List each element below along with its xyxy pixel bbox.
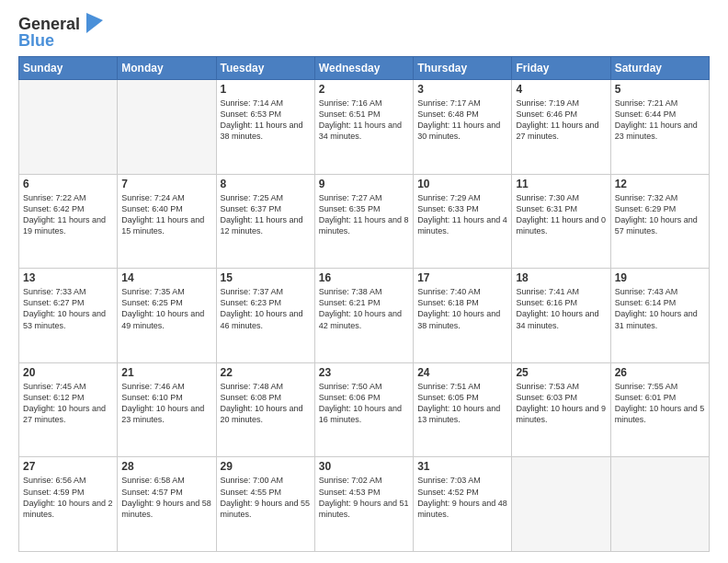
calendar-cell: 24Sunrise: 7:51 AM Sunset: 6:05 PM Dayli… bbox=[414, 362, 512, 457]
header: General Blue bbox=[18, 15, 710, 51]
cell-detail: Sunrise: 7:41 AM Sunset: 6:16 PM Dayligh… bbox=[516, 286, 606, 331]
cell-detail: Sunrise: 7:53 AM Sunset: 6:03 PM Dayligh… bbox=[516, 381, 606, 426]
cell-detail: Sunrise: 7:37 AM Sunset: 6:23 PM Dayligh… bbox=[221, 286, 311, 331]
svg-marker-0 bbox=[86, 13, 103, 33]
day-number: 21 bbox=[121, 366, 211, 379]
calendar-cell: 31Sunrise: 7:03 AM Sunset: 4:52 PM Dayli… bbox=[414, 457, 512, 552]
calendar-table: SundayMondayTuesdayWednesdayThursdayFrid… bbox=[18, 56, 710, 552]
calendar-cell: 12Sunrise: 7:32 AM Sunset: 6:29 PM Dayli… bbox=[610, 174, 709, 269]
calendar-cell: 22Sunrise: 7:48 AM Sunset: 6:08 PM Dayli… bbox=[216, 362, 314, 457]
day-number: 27 bbox=[23, 460, 113, 473]
calendar-cell: 19Sunrise: 7:43 AM Sunset: 6:14 PM Dayli… bbox=[610, 269, 709, 363]
day-number: 5 bbox=[615, 83, 705, 96]
calendar-cell: 26Sunrise: 7:55 AM Sunset: 6:01 PM Dayli… bbox=[610, 362, 709, 457]
cell-detail: Sunrise: 7:50 AM Sunset: 6:06 PM Dayligh… bbox=[319, 381, 409, 426]
cell-detail: Sunrise: 6:56 AM Sunset: 4:59 PM Dayligh… bbox=[23, 475, 113, 520]
cell-detail: Sunrise: 7:27 AM Sunset: 6:35 PM Dayligh… bbox=[319, 192, 409, 237]
calendar-cell: 2Sunrise: 7:16 AM Sunset: 6:51 PM Daylig… bbox=[314, 80, 413, 175]
cell-detail: Sunrise: 7:03 AM Sunset: 4:52 PM Dayligh… bbox=[417, 475, 507, 520]
day-number: 3 bbox=[417, 83, 507, 96]
calendar-cell: 25Sunrise: 7:53 AM Sunset: 6:03 PM Dayli… bbox=[512, 362, 610, 457]
day-number: 12 bbox=[615, 178, 705, 190]
calendar-cell: 30Sunrise: 7:02 AM Sunset: 4:53 PM Dayli… bbox=[314, 457, 413, 552]
day-number: 19 bbox=[615, 271, 705, 284]
weekday-header-wednesday: Wednesday bbox=[314, 57, 413, 80]
calendar-cell bbox=[512, 457, 610, 552]
day-number: 25 bbox=[516, 366, 606, 379]
cell-detail: Sunrise: 7:40 AM Sunset: 6:18 PM Dayligh… bbox=[417, 286, 507, 331]
day-number: 15 bbox=[221, 271, 311, 284]
cell-detail: Sunrise: 7:14 AM Sunset: 6:53 PM Dayligh… bbox=[221, 98, 311, 143]
day-number: 6 bbox=[23, 178, 113, 190]
day-number: 18 bbox=[516, 271, 606, 284]
day-number: 16 bbox=[319, 271, 409, 284]
calendar-cell: 29Sunrise: 7:00 AM Sunset: 4:55 PM Dayli… bbox=[216, 457, 314, 552]
cell-detail: Sunrise: 7:55 AM Sunset: 6:01 PM Dayligh… bbox=[615, 381, 705, 426]
cell-detail: Sunrise: 7:30 AM Sunset: 6:31 PM Dayligh… bbox=[516, 192, 606, 237]
cell-detail: Sunrise: 7:38 AM Sunset: 6:21 PM Dayligh… bbox=[319, 286, 409, 331]
calendar-cell: 20Sunrise: 7:45 AM Sunset: 6:12 PM Dayli… bbox=[19, 362, 118, 457]
day-number: 17 bbox=[417, 271, 507, 284]
cell-detail: Sunrise: 7:17 AM Sunset: 6:48 PM Dayligh… bbox=[417, 98, 507, 143]
cell-detail: Sunrise: 7:02 AM Sunset: 4:53 PM Dayligh… bbox=[319, 475, 409, 520]
weekday-header-row: SundayMondayTuesdayWednesdayThursdayFrid… bbox=[19, 57, 710, 80]
day-number: 11 bbox=[516, 178, 606, 190]
day-number: 22 bbox=[221, 366, 311, 379]
cell-detail: Sunrise: 7:16 AM Sunset: 6:51 PM Dayligh… bbox=[319, 98, 409, 143]
calendar-cell: 13Sunrise: 7:33 AM Sunset: 6:27 PM Dayli… bbox=[19, 269, 118, 363]
calendar-cell: 3Sunrise: 7:17 AM Sunset: 6:48 PM Daylig… bbox=[414, 80, 512, 175]
day-number: 10 bbox=[417, 178, 507, 190]
weekday-header-thursday: Thursday bbox=[414, 57, 512, 80]
weekday-header-friday: Friday bbox=[512, 57, 610, 80]
day-number: 14 bbox=[121, 271, 211, 284]
day-number: 23 bbox=[319, 366, 409, 379]
calendar-cell: 16Sunrise: 7:38 AM Sunset: 6:21 PM Dayli… bbox=[314, 269, 413, 363]
cell-detail: Sunrise: 7:29 AM Sunset: 6:33 PM Dayligh… bbox=[417, 192, 507, 237]
day-number: 30 bbox=[319, 460, 409, 473]
calendar-cell bbox=[19, 80, 118, 175]
calendar-cell: 21Sunrise: 7:46 AM Sunset: 6:10 PM Dayli… bbox=[118, 362, 216, 457]
cell-detail: Sunrise: 7:46 AM Sunset: 6:10 PM Dayligh… bbox=[121, 381, 211, 426]
calendar-cell: 11Sunrise: 7:30 AM Sunset: 6:31 PM Dayli… bbox=[512, 174, 610, 269]
day-number: 7 bbox=[121, 178, 211, 190]
calendar-cell: 28Sunrise: 6:58 AM Sunset: 4:57 PM Dayli… bbox=[118, 457, 216, 552]
day-number: 8 bbox=[221, 178, 311, 190]
cell-detail: Sunrise: 6:58 AM Sunset: 4:57 PM Dayligh… bbox=[121, 475, 211, 520]
day-number: 20 bbox=[23, 366, 113, 379]
calendar-cell: 7Sunrise: 7:24 AM Sunset: 6:40 PM Daylig… bbox=[118, 174, 216, 269]
cell-detail: Sunrise: 7:33 AM Sunset: 6:27 PM Dayligh… bbox=[23, 286, 113, 331]
day-number: 13 bbox=[23, 271, 113, 284]
calendar-week-4: 20Sunrise: 7:45 AM Sunset: 6:12 PM Dayli… bbox=[19, 362, 710, 457]
calendar-cell: 1Sunrise: 7:14 AM Sunset: 6:53 PM Daylig… bbox=[216, 80, 314, 175]
day-number: 1 bbox=[221, 83, 311, 96]
day-number: 24 bbox=[417, 366, 507, 379]
cell-detail: Sunrise: 7:32 AM Sunset: 6:29 PM Dayligh… bbox=[615, 192, 705, 237]
calendar-cell bbox=[118, 80, 216, 175]
cell-detail: Sunrise: 7:51 AM Sunset: 6:05 PM Dayligh… bbox=[417, 381, 507, 426]
page: General Blue SundayMondayTuesdayWednesda… bbox=[0, 0, 728, 563]
day-number: 4 bbox=[516, 83, 606, 96]
weekday-header-sunday: Sunday bbox=[19, 57, 118, 80]
calendar-cell: 15Sunrise: 7:37 AM Sunset: 6:23 PM Dayli… bbox=[216, 269, 314, 363]
calendar-cell: 17Sunrise: 7:40 AM Sunset: 6:18 PM Dayli… bbox=[414, 269, 512, 363]
calendar-week-5: 27Sunrise: 6:56 AM Sunset: 4:59 PM Dayli… bbox=[19, 457, 710, 552]
calendar-cell: 23Sunrise: 7:50 AM Sunset: 6:06 PM Dayli… bbox=[314, 362, 413, 457]
weekday-header-monday: Monday bbox=[118, 57, 216, 80]
cell-detail: Sunrise: 7:25 AM Sunset: 6:37 PM Dayligh… bbox=[221, 192, 311, 237]
calendar-week-3: 13Sunrise: 7:33 AM Sunset: 6:27 PM Dayli… bbox=[19, 269, 710, 363]
day-number: 2 bbox=[319, 83, 409, 96]
calendar-cell: 4Sunrise: 7:19 AM Sunset: 6:46 PM Daylig… bbox=[512, 80, 610, 175]
calendar-cell bbox=[610, 457, 709, 552]
calendar-cell: 9Sunrise: 7:27 AM Sunset: 6:35 PM Daylig… bbox=[314, 174, 413, 269]
calendar-cell: 8Sunrise: 7:25 AM Sunset: 6:37 PM Daylig… bbox=[216, 174, 314, 269]
calendar-cell: 27Sunrise: 6:56 AM Sunset: 4:59 PM Dayli… bbox=[19, 457, 118, 552]
cell-detail: Sunrise: 7:43 AM Sunset: 6:14 PM Dayligh… bbox=[615, 286, 705, 331]
weekday-header-tuesday: Tuesday bbox=[216, 57, 314, 80]
day-number: 28 bbox=[121, 460, 211, 473]
day-number: 29 bbox=[221, 460, 311, 473]
cell-detail: Sunrise: 7:22 AM Sunset: 6:42 PM Dayligh… bbox=[23, 192, 113, 237]
cell-detail: Sunrise: 7:19 AM Sunset: 6:46 PM Dayligh… bbox=[516, 98, 606, 143]
day-number: 31 bbox=[417, 460, 507, 473]
cell-detail: Sunrise: 7:00 AM Sunset: 4:55 PM Dayligh… bbox=[221, 475, 311, 520]
calendar-cell: 6Sunrise: 7:22 AM Sunset: 6:42 PM Daylig… bbox=[19, 174, 118, 269]
